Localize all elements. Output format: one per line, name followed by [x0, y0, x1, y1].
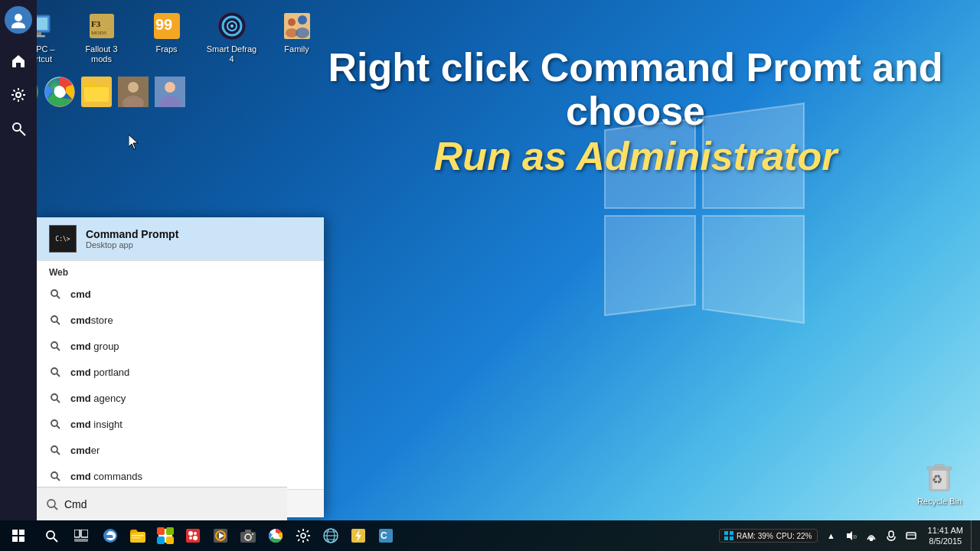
- desktop-icon-photo2[interactable]: [155, 77, 185, 107]
- smart-defrag-icon: [217, 11, 247, 41]
- tray-speech[interactable]: [882, 520, 900, 551]
- system-clock[interactable]: 11:41 AM 8/5/2015: [922, 525, 969, 547]
- svg-rect-73: [132, 535, 144, 536]
- taskbar-chrome[interactable]: [262, 520, 289, 551]
- suggestion-text-0: cmd: [70, 289, 91, 300]
- svg-point-19: [298, 15, 307, 24]
- desktop-icon-photo1[interactable]: [118, 77, 149, 107]
- recycle-bin[interactable]: ♻ Recycle Bin: [914, 457, 965, 509]
- svg-point-32: [11, 22, 25, 28]
- windows-logo-taskbar: [12, 530, 24, 542]
- overlay-text: Right click Command Promt and choose Run…: [291, 46, 980, 179]
- start-menu-sidebar: [0, 0, 37, 520]
- cmd-prompt-result[interactable]: Command Prompt Desktop app: [37, 217, 324, 261]
- start-menu: Command Prompt Desktop app Web cmd cmdst…: [37, 217, 324, 517]
- search-bar[interactable]: [37, 487, 287, 520]
- taskbar-search-button[interactable]: [37, 520, 66, 551]
- volume-icon: )))): [846, 530, 857, 541]
- svg-line-37: [57, 295, 60, 298]
- desktop-icons-row: This PC – Shortcut F3 MODS Fallout 3 mod…: [0, 0, 333, 75]
- svg-point-50: [51, 472, 57, 478]
- svg-text:F3: F3: [91, 19, 101, 28]
- speech-icon: [886, 530, 897, 541]
- user-avatar[interactable]: [5, 6, 32, 34]
- svg-point-40: [51, 342, 57, 348]
- svg-marker-110: [847, 531, 852, 540]
- windows-icon-tray: [724, 531, 733, 540]
- ram-label: RAM: 39%: [737, 532, 773, 540]
- fraps-icon: 99: [152, 11, 181, 41]
- search-input[interactable]: [64, 498, 278, 510]
- svg-rect-89: [240, 532, 256, 543]
- taskbar-camera[interactable]: [234, 520, 262, 551]
- taskbar-task-view[interactable]: [66, 520, 96, 551]
- settings-icon: [295, 527, 312, 544]
- svg-line-49: [57, 452, 60, 455]
- svg-point-36: [51, 290, 57, 296]
- suggestion-cmd-agency[interactable]: cmd agency: [37, 385, 324, 411]
- svg-rect-77: [166, 527, 174, 535]
- camera-icon: [240, 527, 256, 544]
- sidebar-settings-button[interactable]: [6, 83, 31, 107]
- tray-notification[interactable]: [902, 520, 920, 551]
- sidebar-search-button[interactable]: [6, 116, 31, 141]
- svg-rect-107: [730, 531, 733, 535]
- svg-rect-91: [245, 530, 251, 533]
- svg-rect-108: [724, 536, 728, 540]
- tray-network[interactable]: [862, 520, 880, 551]
- store-icon: [157, 527, 174, 544]
- sys-icon: C: [377, 527, 394, 544]
- search-icon-4: [49, 392, 61, 404]
- taskbar-thunderbolt[interactable]: [345, 520, 372, 551]
- suggestion-cmd-commands[interactable]: cmd commands: [37, 463, 324, 489]
- cmd-subtitle: Desktop app: [86, 240, 178, 249]
- taskbar-globe[interactable]: [317, 520, 345, 551]
- svg-line-39: [57, 321, 60, 324]
- overlay-line2: choose: [291, 90, 980, 133]
- desktop-icon-folder[interactable]: [81, 77, 112, 107]
- suggestion-cmdstore[interactable]: cmdstore: [37, 307, 324, 333]
- web-section-label: Web: [37, 261, 324, 281]
- fallout3-label: Fallout 3 mods: [76, 44, 127, 64]
- svg-point-16: [230, 24, 234, 28]
- svg-line-35: [20, 130, 25, 135]
- fallout3-icon: F3 MODS: [87, 11, 116, 41]
- start-button[interactable]: [0, 520, 37, 551]
- suggestion-text-5: cmd insight: [70, 419, 122, 430]
- taskbar-settings[interactable]: [289, 520, 317, 551]
- svg-rect-79: [166, 536, 174, 544]
- desktop-icon-smart-defrag[interactable]: Smart Defrag 4: [203, 8, 260, 67]
- taskbar-edge[interactable]: [96, 520, 124, 551]
- mouse-cursor: [129, 135, 141, 150]
- taskbar-paint[interactable]: [179, 520, 207, 551]
- svg-text:♻: ♻: [932, 473, 942, 486]
- suggestion-cmd-insight[interactable]: cmd insight: [37, 411, 324, 437]
- taskbar-file-explorer[interactable]: [124, 520, 152, 551]
- desktop-icon-chrome[interactable]: [44, 77, 75, 107]
- svg-point-46: [51, 420, 57, 426]
- svg-point-82: [194, 532, 197, 535]
- family-icon: [283, 11, 312, 41]
- show-desktop-button[interactable]: [971, 520, 975, 551]
- suggestion-cmd-portland[interactable]: cmd portland: [37, 359, 324, 385]
- tray-volume[interactable]: )))): [842, 520, 861, 551]
- svg-point-83: [189, 536, 192, 540]
- taskbar-store[interactable]: [152, 520, 179, 551]
- sidebar-home-button[interactable]: [6, 49, 31, 73]
- suggestion-cmder[interactable]: cmder: [37, 437, 324, 463]
- desktop-icon-fraps[interactable]: 99 Fraps: [138, 8, 195, 67]
- desktop-icon-fallout3[interactable]: F3 MODS Fallout 3 mods: [73, 8, 130, 67]
- taskbar-media[interactable]: [207, 520, 234, 551]
- svg-rect-106: [724, 531, 728, 535]
- svg-point-84: [193, 536, 198, 540]
- suggestion-text-1: cmdstore: [70, 315, 113, 326]
- svg-line-59: [54, 506, 58, 510]
- suggestion-cmd[interactable]: cmd: [37, 281, 324, 307]
- suggestion-cmd-group[interactable]: cmd group: [37, 333, 324, 359]
- search-icon-6: [49, 444, 61, 456]
- svg-point-81: [188, 531, 193, 536]
- taskbar-sys[interactable]: C: [372, 520, 400, 551]
- svg-rect-109: [730, 536, 733, 540]
- tray-expand[interactable]: ▲: [822, 520, 841, 551]
- svg-rect-113: [889, 531, 893, 537]
